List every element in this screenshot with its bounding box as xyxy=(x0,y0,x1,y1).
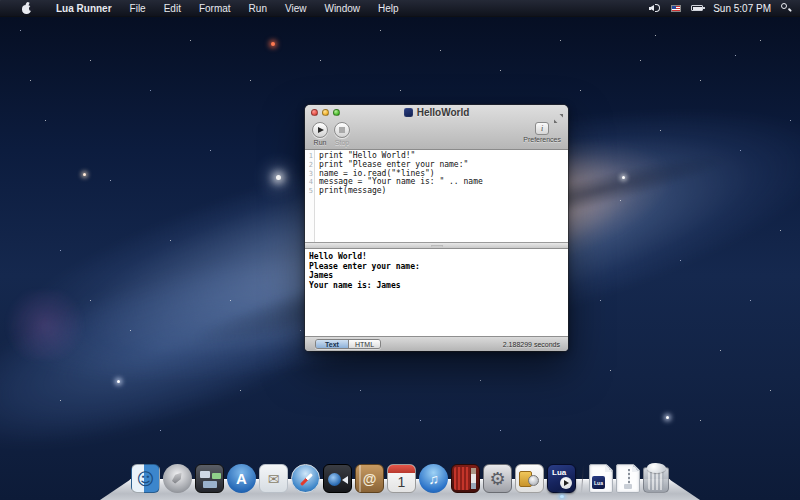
output-mode-segmented-control: Text HTML xyxy=(315,339,381,349)
spotlight-icon[interactable] xyxy=(781,3,792,14)
pane-splitter[interactable] xyxy=(305,243,568,249)
window-toolbar: Run Stop i Preferences xyxy=(305,120,568,149)
zipper-tag-icon xyxy=(624,484,632,489)
menu-run[interactable]: Run xyxy=(240,0,276,16)
menu-edit[interactable]: Edit xyxy=(155,0,190,16)
red-star xyxy=(271,42,275,46)
curtain-icon xyxy=(454,467,470,490)
camera-lens-icon xyxy=(328,473,341,486)
rocket-icon xyxy=(168,468,186,486)
line-number: 1 xyxy=(305,152,313,161)
run-button[interactable]: Run xyxy=(312,122,328,146)
code-line[interactable]: print(message) xyxy=(319,187,568,196)
code-editor[interactable]: 1 2 3 4 5 print "Hello World!" print "Pl… xyxy=(305,150,568,243)
line-number: 4 xyxy=(305,178,313,187)
crumpled-paper-icon xyxy=(647,463,666,473)
output-line: James xyxy=(309,271,564,281)
camera-body-icon xyxy=(342,476,348,484)
dock-item-launchpad[interactable] xyxy=(163,464,192,493)
stop-icon xyxy=(339,127,345,133)
window-tile-icon xyxy=(200,471,210,478)
output-line: Hello World! xyxy=(309,252,564,262)
volume-icon[interactable] xyxy=(649,3,661,13)
dock-item-itunes[interactable]: ♫ xyxy=(419,464,448,493)
address-book-icon: @ xyxy=(356,465,383,492)
segment-text[interactable]: Text xyxy=(316,340,348,348)
menu-app-name[interactable]: Lua Runner xyxy=(47,0,121,16)
gear-icon: ⚙ xyxy=(484,465,511,492)
dock-item-trash[interactable] xyxy=(643,467,669,493)
output-console[interactable]: Hello World! Please enter your name: Jam… xyxy=(305,249,568,336)
finder-face-icon: ☺ xyxy=(132,465,159,492)
star xyxy=(666,416,669,419)
us-flag-icon[interactable] xyxy=(671,5,681,12)
minimize-button[interactable] xyxy=(322,109,329,116)
line-number: 2 xyxy=(305,161,313,170)
dock-item-mail[interactable]: ✉ xyxy=(259,464,288,493)
dial-icon xyxy=(528,475,539,486)
window-title: HelloWorld xyxy=(417,107,470,118)
music-note-icon: ♫ xyxy=(419,464,448,493)
window-tile-icon xyxy=(203,481,217,488)
star xyxy=(622,176,625,179)
dock-item-mission-control[interactable] xyxy=(195,464,224,493)
dock-item-app-store[interactable]: A xyxy=(227,464,256,493)
menu-file[interactable]: File xyxy=(121,0,155,16)
apple-logo-icon xyxy=(21,3,32,14)
menu-window[interactable]: Window xyxy=(315,0,369,16)
calendar-date: 1 xyxy=(388,465,415,492)
line-number: 3 xyxy=(305,170,313,179)
mail-stamp-icon: ✉ xyxy=(260,465,287,492)
dock-item-contacts[interactable]: @ xyxy=(355,464,384,493)
dock-item-facetime[interactable] xyxy=(323,464,352,493)
close-button[interactable] xyxy=(311,109,318,116)
menu-view[interactable]: View xyxy=(276,0,316,16)
star xyxy=(117,380,120,383)
zipper-icon xyxy=(628,469,630,484)
page-fold-icon xyxy=(605,465,612,472)
dock: ☺ A ✉ @ 1 ♫ ⚙ Lua Lua xyxy=(131,464,669,493)
menu-bar-clock[interactable]: Sun 5:07 PM xyxy=(713,3,771,14)
window-title-bar[interactable]: HelloWorld xyxy=(305,105,568,120)
stop-button[interactable]: Stop xyxy=(334,122,350,146)
splitter-dimple-icon xyxy=(431,245,443,247)
lua-doc-badge: Lua xyxy=(592,476,605,489)
running-app-indicator xyxy=(560,495,564,498)
app-store-a-icon: A xyxy=(227,464,256,493)
preferences-label: Preferences xyxy=(523,136,561,143)
photo-strip-icon xyxy=(471,468,476,489)
page-fold-icon xyxy=(632,465,639,472)
line-number-gutter: 1 2 3 4 5 xyxy=(305,150,315,242)
dock-item-keychain-access[interactable] xyxy=(515,464,544,493)
dock-item-zip-document[interactable] xyxy=(616,464,640,493)
menu-format[interactable]: Format xyxy=(190,0,240,16)
output-line: Please enter your name: xyxy=(309,262,564,272)
dock-item-calendar[interactable]: 1 xyxy=(387,464,416,493)
dock-item-system-preferences[interactable]: ⚙ xyxy=(483,464,512,493)
play-badge-icon xyxy=(560,477,572,489)
star xyxy=(83,173,86,176)
battery-icon[interactable] xyxy=(691,5,703,11)
output-line: Your name is: James xyxy=(309,281,564,291)
segment-html[interactable]: HTML xyxy=(348,340,380,348)
compass-needle-icon xyxy=(300,473,313,486)
dock-item-safari[interactable] xyxy=(291,464,320,493)
dock-item-finder[interactable]: ☺ xyxy=(131,464,160,493)
zoom-button[interactable] xyxy=(333,109,340,116)
stop-label: Stop xyxy=(335,139,349,146)
elapsed-time: 2.188299 seconds xyxy=(503,341,560,348)
run-label: Run xyxy=(314,139,327,146)
dock-separator xyxy=(581,465,584,493)
nebula xyxy=(0,290,90,360)
dock-item-lua-runner[interactable]: Lua xyxy=(547,464,576,493)
document-proxy-icon xyxy=(404,108,413,117)
line-number: 5 xyxy=(305,187,313,196)
dock-item-photo-booth[interactable] xyxy=(451,464,480,493)
fullscreen-icon[interactable] xyxy=(554,109,563,118)
apple-menu[interactable] xyxy=(0,0,47,16)
preferences-button[interactable]: i Preferences xyxy=(523,122,561,143)
play-icon xyxy=(318,127,324,133)
menu-help[interactable]: Help xyxy=(369,0,408,16)
dock-item-lua-document[interactable]: Lua xyxy=(589,464,613,493)
app-window: HelloWorld Run Stop i Preferences 1 2 xyxy=(305,105,568,351)
